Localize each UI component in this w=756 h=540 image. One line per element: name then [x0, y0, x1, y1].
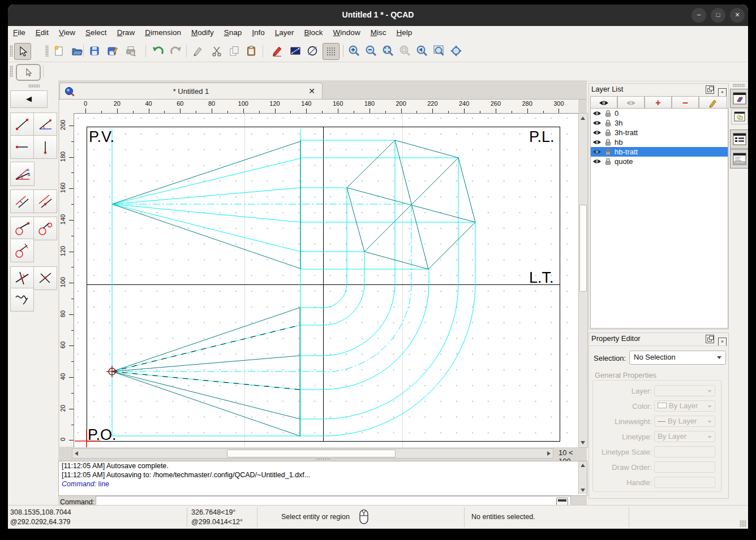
history-scrollbar[interactable]: [578, 461, 587, 494]
parallel-through-point-icon: [37, 193, 53, 209]
new-file-button[interactable]: [51, 43, 67, 59]
toolbar-drag-handle[interactable]: [45, 45, 49, 57]
menu-edit[interactable]: Edit: [31, 26, 54, 37]
print-preview-button[interactable]: [123, 43, 139, 59]
pan-button[interactable]: [448, 43, 464, 59]
parallel-through-point-button[interactable]: [33, 189, 57, 213]
close-button[interactable]: ×: [730, 8, 745, 23]
menu-file[interactable]: File: [8, 26, 31, 37]
zoom-previous-button[interactable]: [397, 43, 413, 59]
line-relative-angle-button[interactable]: [10, 266, 34, 290]
maximize-button[interactable]: □: [711, 8, 725, 23]
menu-snap[interactable]: Snap: [219, 26, 247, 37]
open-file-button[interactable]: [69, 43, 85, 59]
draw-color-button[interactable]: [269, 43, 285, 59]
back-button[interactable]: ◀: [10, 90, 48, 108]
show-all-layers-button[interactable]: [590, 96, 617, 109]
zoom-out-button[interactable]: [363, 43, 379, 59]
zoom-in-button[interactable]: [346, 43, 362, 59]
default-action-button[interactable]: [16, 64, 41, 81]
menu-modify[interactable]: Modify: [186, 26, 219, 37]
menu-select[interactable]: Select: [80, 26, 112, 37]
drawing-canvas[interactable]: P.V.P.L.L.T.P.O.: [74, 113, 579, 447]
horizontal-line-button[interactable]: [10, 135, 34, 159]
menu-layer[interactable]: Layer: [270, 26, 299, 37]
hide-all-layers-button[interactable]: [617, 96, 645, 109]
layer-row-quote[interactable]: quote: [591, 157, 728, 166]
menu-block[interactable]: Block: [299, 26, 328, 37]
scroll-up-icon[interactable]: [581, 464, 585, 467]
auto-zoom-button[interactable]: [380, 43, 396, 59]
line-two-points-button[interactable]: [10, 113, 34, 136]
block-list-dock-button[interactable]: [731, 109, 748, 124]
redo-button[interactable]: [168, 43, 184, 59]
panel-drag-handle[interactable]: [28, 84, 40, 88]
menu-view[interactable]: View: [54, 26, 80, 37]
dock-drag-handle[interactable]: [733, 84, 745, 87]
copy-button[interactable]: [226, 43, 242, 59]
layer-row-3h[interactable]: 3h: [591, 118, 728, 128]
add-layer-button[interactable]: +: [645, 96, 672, 109]
vertical-line-button[interactable]: [33, 135, 57, 159]
property-value: By Layer: [658, 432, 686, 440]
minimize-button[interactable]: −: [691, 8, 706, 23]
menu-window[interactable]: Window: [328, 26, 366, 37]
float-panel-icon[interactable]: [706, 335, 714, 343]
layer-row-3h-tratt[interactable]: 3h-tratt: [591, 128, 728, 137]
selection-pointer-button[interactable]: [14, 43, 31, 60]
vscroll-thumb[interactable]: [579, 205, 587, 292]
menu-misc[interactable]: Misc: [366, 26, 392, 37]
layer-list-dock-button[interactable]: [730, 89, 748, 108]
scroll-down-icon[interactable]: [581, 441, 585, 444]
layer-row-hb[interactable]: hb: [591, 137, 728, 147]
save-button[interactable]: [87, 43, 102, 59]
close-panel-icon[interactable]: ×: [718, 88, 727, 97]
menu-dimension[interactable]: Dimension: [140, 26, 186, 37]
undo-button[interactable]: [150, 43, 166, 59]
save-as-button[interactable]: [105, 43, 121, 59]
toolbar-drag-handle[interactable]: [10, 45, 13, 57]
command-line-dock-button[interactable]: [730, 149, 748, 169]
property-editor-dock-button[interactable]: [730, 129, 748, 149]
line-angle-button[interactable]: [33, 113, 57, 136]
scroll-up-icon[interactable]: [581, 116, 585, 120]
parallel-with-distance-button[interactable]: [10, 189, 34, 213]
canvas-vscrollbar[interactable]: [578, 113, 588, 448]
close-panel-icon[interactable]: ×: [718, 338, 727, 346]
resize-grip[interactable]: [740, 520, 746, 527]
tab-close-icon[interactable]: ✕: [308, 87, 315, 96]
menu-help[interactable]: Help: [391, 26, 417, 37]
orthogonal-to-circle-button[interactable]: [10, 239, 34, 262]
paste-button[interactable]: [243, 43, 259, 59]
grid-toggle-button[interactable]: [323, 43, 340, 60]
selection-combobox[interactable]: No Selection: [629, 351, 726, 365]
scroll-left-icon[interactable]: [75, 451, 78, 456]
hscroll-thumb[interactable]: [227, 450, 396, 457]
tangent-two-circles-button[interactable]: [33, 217, 57, 240]
orthogonal-line-button[interactable]: [33, 266, 57, 290]
angle-bisector-button[interactable]: ==: [10, 162, 35, 186]
toolbar-drag-handle[interactable]: [10, 66, 13, 77]
zoom-window-button[interactable]: [431, 43, 447, 59]
layer-row-0[interactable]: 0: [591, 109, 728, 118]
edit-layer-button[interactable]: [699, 96, 727, 109]
linetype-toggle-button[interactable]: [304, 43, 320, 59]
command-history[interactable]: [11:12:05 AM] Autosave complete.[11:12:0…: [58, 461, 587, 496]
zoom-back-button[interactable]: [414, 43, 430, 59]
document-tab[interactable]: * Untitled 1 ✕: [59, 83, 323, 100]
title-bar[interactable]: Untitled 1 * - QCAD − □ ×: [8, 5, 748, 26]
tangent-point-circle-button[interactable]: [10, 217, 34, 240]
remove-layer-button[interactable]: –: [672, 96, 699, 109]
edit-tool-button[interactable]: [190, 43, 205, 59]
measure-button[interactable]: [287, 43, 303, 59]
layer-list[interactable]: 03h3h-tratthbhb-trattquote: [590, 108, 728, 329]
scroll-right-icon[interactable]: [547, 451, 551, 456]
scroll-down-icon[interactable]: [581, 489, 585, 492]
freehand-line-button[interactable]: [10, 288, 34, 312]
layer-row-hb-tratt[interactable]: hb-tratt: [591, 147, 728, 157]
canvas-hscrollbar[interactable]: [72, 448, 553, 459]
menu-draw[interactable]: Draw: [112, 26, 140, 37]
float-panel-icon[interactable]: [706, 85, 714, 94]
menu-info[interactable]: Info: [247, 26, 270, 37]
cut-button[interactable]: [209, 43, 225, 59]
